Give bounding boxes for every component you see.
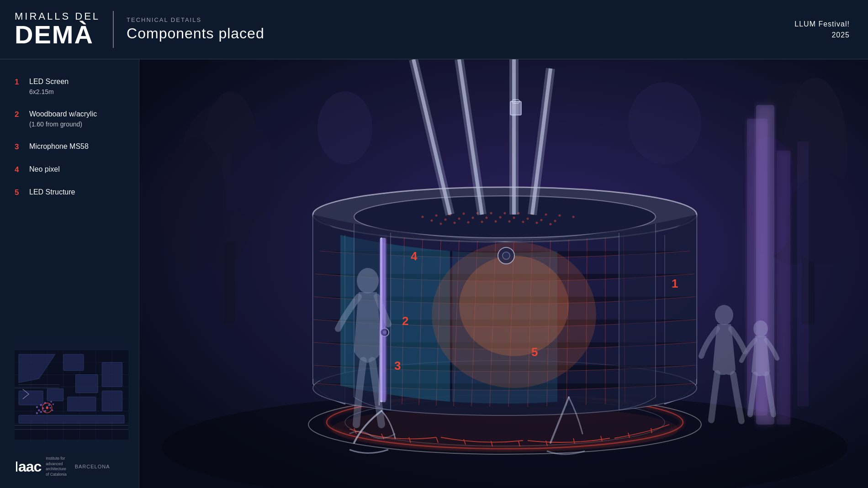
svg-point-37: [46, 407, 48, 409]
svg-point-80: [422, 216, 424, 218]
logo-area: MIRALLS DEL DEMÀ TECHNICAL DETAILS Compo…: [15, 11, 265, 48]
festival-info: LLUM Festival! 2025: [794, 19, 850, 41]
sidebar: 1LED Screen6x2.15m2Woodboard w/acrylic(1…: [0, 59, 139, 488]
svg-rect-46: [224, 242, 235, 324]
svg-point-96: [486, 217, 488, 219]
svg-point-110: [550, 223, 552, 226]
festival-year: 2025: [794, 30, 850, 41]
svg-point-146: [715, 305, 733, 325]
svg-point-108: [522, 221, 524, 223]
svg-point-91: [572, 216, 575, 218]
visualization-area: 1 2 3 4 5: [139, 59, 868, 488]
svg-point-100: [540, 219, 543, 221]
component-number: 4: [15, 165, 23, 174]
svg-point-107: [508, 220, 511, 223]
svg-point-104: [467, 221, 470, 224]
svg-point-34: [49, 407, 51, 409]
svg-point-25: [48, 404, 50, 406]
svg-point-23: [40, 404, 42, 406]
svg-point-90: [559, 215, 561, 217]
iaac-description: Institute for advanced architecture of C…: [46, 456, 66, 477]
svg-point-102: [440, 223, 442, 225]
list-item: 5LED Structure: [15, 187, 128, 197]
svg-point-147: [753, 320, 768, 337]
header: MIRALLS DEL DEMÀ TECHNICAL DETAILS Compo…: [0, 0, 868, 59]
svg-point-85: [490, 212, 492, 215]
svg-point-93: [445, 219, 447, 221]
viz-canvas: 1 2 3 4 5: [139, 59, 868, 488]
logo-text: MIRALLS DEL DEMÀ: [15, 11, 114, 48]
svg-point-94: [458, 218, 460, 220]
svg-point-29: [36, 412, 38, 414]
component-number: 1: [15, 78, 23, 87]
svg-point-79: [355, 197, 655, 237]
svg-point-54: [318, 91, 372, 164]
svg-rect-57: [777, 151, 790, 425]
svg-point-106: [495, 220, 497, 223]
component-text: Neo pixel: [29, 164, 60, 174]
list-item: 3Microphone MS58: [15, 142, 128, 152]
svg-point-47: [162, 137, 226, 274]
svg-text:1: 1: [672, 277, 678, 290]
svg-point-98: [513, 217, 515, 219]
component-text: Woodboard w/acrylic(1.60 from ground): [29, 109, 97, 129]
svg-point-92: [431, 220, 433, 222]
svg-point-103: [454, 222, 456, 224]
svg-point-81: [435, 215, 438, 217]
festival-name: LLUM Festival!: [794, 19, 850, 30]
list-item: 1LED Screen6x2.15m: [15, 77, 128, 96]
component-text: LED Structure: [29, 187, 75, 197]
svg-rect-14: [64, 354, 84, 371]
svg-point-32: [50, 401, 52, 403]
page-title: Components placed: [127, 25, 265, 42]
svg-point-26: [38, 409, 40, 411]
svg-point-48: [231, 128, 276, 219]
svg-point-101: [554, 220, 556, 222]
svg-rect-15: [19, 391, 43, 405]
svg-rect-20: [102, 391, 122, 411]
svg-rect-17: [19, 415, 124, 424]
list-item: 4Neo pixel: [15, 164, 128, 174]
svg-point-55: [628, 82, 701, 164]
svg-point-97: [499, 216, 502, 219]
component-number: 2: [15, 110, 23, 119]
component-text: LED Screen6x2.15m: [29, 77, 69, 96]
svg-point-105: [481, 221, 483, 223]
svg-point-89: [545, 214, 547, 216]
svg-text:4: 4: [411, 249, 418, 263]
svg-rect-58: [797, 142, 809, 406]
iaac-bracket-open: I: [15, 458, 18, 475]
svg-point-22: [36, 406, 38, 408]
svg-rect-153: [380, 238, 386, 400]
component-list: 1LED Screen6x2.15m2Woodboard w/acrylic(1…: [15, 77, 128, 210]
svg-text:3: 3: [394, 359, 401, 373]
svg-text:2: 2: [402, 314, 408, 328]
svg-point-86: [504, 212, 506, 215]
component-number: 3: [15, 142, 23, 152]
iaac-logo: Iaac Institute for advanced architecture…: [15, 456, 128, 477]
main-content: 1LED Screen6x2.15m2Woodboard w/acrylic(1…: [0, 59, 868, 488]
svg-point-30: [40, 411, 42, 413]
svg-point-83: [463, 213, 465, 215]
svg-point-145: [357, 268, 379, 294]
barcelona-label: BARCELONA: [75, 464, 110, 469]
svg-point-142: [503, 252, 510, 259]
svg-point-99: [527, 218, 529, 220]
logo-bottom: DEMÀ: [15, 21, 100, 48]
iaac-logo-text: Iaac: [15, 458, 41, 475]
map-area: [15, 340, 128, 450]
svg-rect-18: [75, 375, 98, 393]
header-subtitle: TECHNICAL DETAILS Components placed: [114, 16, 265, 42]
svg-point-109: [536, 222, 538, 224]
svg-rect-19: [102, 362, 122, 387]
technical-label: TECHNICAL DETAILS: [127, 16, 265, 23]
list-item: 2Woodboard w/acrylic(1.60 from ground): [15, 109, 128, 129]
svg-text:5: 5: [531, 345, 538, 359]
svg-rect-16: [47, 389, 64, 401]
svg-rect-21: [68, 397, 96, 411]
component-number: 5: [15, 188, 23, 197]
svg-point-95: [472, 217, 474, 219]
component-text: Microphone MS58: [29, 142, 89, 152]
svg-point-127: [459, 256, 569, 356]
sidebar-divider: [139, 59, 139, 488]
